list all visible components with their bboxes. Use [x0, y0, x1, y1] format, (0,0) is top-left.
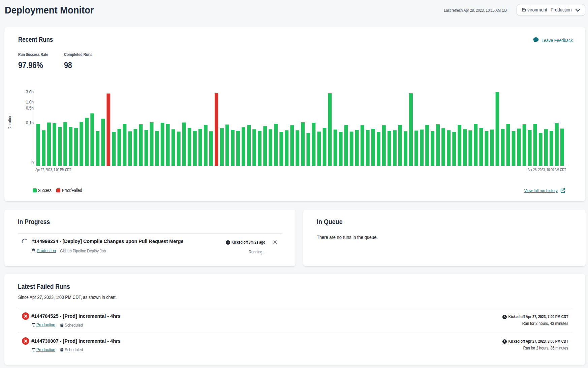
svg-text:3.0h: 3.0h	[26, 90, 34, 94]
svg-text:Apr 27, 2023, 1:00 PM CDT: Apr 27, 2023, 1:00 PM CDT	[35, 167, 71, 172]
svg-text:Duration: Duration	[7, 115, 12, 129]
svg-text:Apr 28, 2023, 10:00 AM CDT: Apr 28, 2023, 10:00 AM CDT	[528, 167, 566, 172]
svg-text:0: 0	[31, 160, 34, 165]
svg-text:0.1h: 0.1h	[26, 121, 34, 125]
svg-text:0.5h: 0.5h	[26, 106, 34, 111]
svg-text:1.0h: 1.0h	[26, 100, 34, 104]
